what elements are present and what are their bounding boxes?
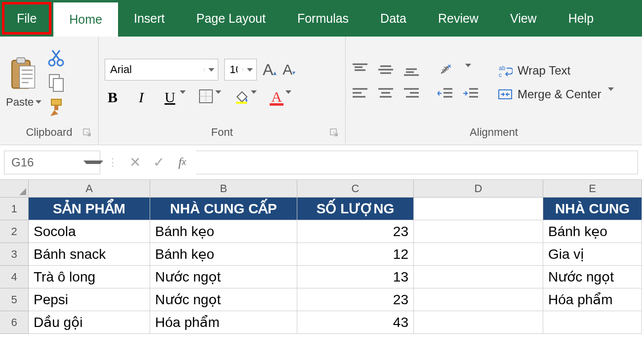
row-header[interactable]: 2	[0, 220, 29, 243]
row-header[interactable]: 5	[0, 288, 29, 311]
format-painter-icon[interactable]	[47, 97, 67, 117]
decrease-indent-icon[interactable]	[438, 87, 454, 102]
cell[interactable]: Bánh kẹo	[543, 220, 642, 243]
fx-icon[interactable]: fx	[172, 153, 192, 172]
tab-home[interactable]: Home	[53, 0, 118, 37]
orientation-dropdown-icon[interactable]	[463, 67, 471, 74]
svg-rect-1	[17, 57, 25, 63]
font-name-box[interactable]	[105, 59, 218, 81]
accept-formula-icon[interactable]: ✓	[149, 153, 168, 172]
row-header[interactable]: 1	[0, 198, 29, 220]
select-all-corner[interactable]	[0, 180, 29, 197]
cell[interactable]	[414, 266, 543, 288]
cell[interactable]	[414, 311, 543, 334]
group-font: A▴ A▾ B I U A Font	[99, 37, 346, 145]
increase-indent-icon[interactable]	[463, 87, 480, 102]
italic-button[interactable]: I	[133, 89, 149, 106]
name-box-value: G16	[4, 156, 86, 169]
cell[interactable]: Bánh kẹo	[150, 243, 297, 266]
bold-button[interactable]: B	[105, 89, 120, 106]
name-box[interactable]: G16	[4, 151, 100, 174]
border-button[interactable]	[199, 89, 221, 106]
font-name-input[interactable]	[105, 60, 204, 80]
name-box-dropdown-icon[interactable]	[86, 161, 100, 164]
cell[interactable]: 12	[297, 243, 414, 266]
font-name-dropdown-icon[interactable]	[204, 68, 218, 72]
tab-page-layout[interactable]: Page Layout	[181, 0, 281, 37]
cell[interactable]: Dầu gội	[29, 311, 150, 334]
cell[interactable]: Trà ô long	[29, 266, 150, 288]
align-right-icon[interactable]	[403, 87, 420, 102]
align-middle-icon[interactable]	[377, 63, 394, 78]
font-size-input[interactable]	[225, 60, 242, 80]
cell[interactable]: Bánh kẹo	[150, 220, 297, 243]
cell[interactable]: 23	[297, 288, 414, 311]
cell[interactable]: Socola	[29, 220, 150, 243]
cell[interactable]: Nước ngọt	[543, 266, 642, 288]
cell[interactable]: Pepsi	[29, 288, 150, 311]
group-alignment: ab abc Wrap Text Merge & Center	[346, 37, 642, 145]
tab-formulas[interactable]: Formulas	[281, 0, 364, 37]
cell[interactable]	[543, 311, 642, 334]
cell[interactable]: SỐ LƯỢNG	[297, 198, 414, 220]
svg-text:c: c	[499, 72, 502, 78]
font-color-button[interactable]: A	[270, 88, 291, 106]
row-header[interactable]: 6	[0, 311, 29, 334]
row-header[interactable]: 4	[0, 266, 29, 288]
separator-icon: ⋮	[104, 156, 121, 169]
wrap-text-button[interactable]: abc Wrap Text	[498, 63, 614, 78]
row-header[interactable]: 3	[0, 243, 29, 266]
cell[interactable]: 23	[297, 220, 414, 243]
cell[interactable]: NHÀ CUNG	[543, 198, 642, 220]
grow-font-icon[interactable]: A▴	[263, 61, 277, 79]
tab-insert[interactable]: Insert	[118, 0, 181, 37]
shrink-font-icon[interactable]: A▾	[282, 61, 295, 78]
cell[interactable]: NHÀ CUNG CẤP	[150, 198, 297, 220]
underline-button[interactable]: U	[162, 89, 186, 106]
align-bottom-icon[interactable]	[403, 63, 420, 78]
cell[interactable]: Hóa phẩm	[150, 311, 297, 334]
tab-help[interactable]: Help	[553, 0, 609, 37]
tab-file[interactable]: File	[2, 2, 51, 35]
align-center-icon[interactable]	[377, 87, 394, 102]
cell[interactable]: 13	[297, 266, 414, 288]
clipboard-launcher-icon[interactable]	[82, 128, 92, 138]
tab-data[interactable]: Data	[364, 0, 422, 37]
tab-view[interactable]: View	[494, 0, 553, 37]
col-header-A[interactable]: A	[29, 180, 150, 197]
col-header-C[interactable]: C	[297, 180, 414, 197]
col-header-E[interactable]: E	[543, 180, 642, 197]
font-size-box[interactable]	[224, 59, 257, 81]
orientation-icon[interactable]: ab	[438, 63, 454, 78]
cell[interactable]	[414, 243, 543, 266]
cell[interactable]: 43	[297, 311, 414, 334]
svg-rect-16	[499, 90, 512, 99]
cut-icon[interactable]	[47, 48, 67, 68]
col-header-B[interactable]: B	[150, 180, 297, 197]
cell[interactable]: SẢN PHẨM	[29, 198, 150, 220]
font-launcher-icon[interactable]	[329, 128, 339, 138]
align-left-icon[interactable]	[352, 87, 368, 102]
paste-button[interactable]: Paste	[6, 96, 41, 109]
paste-icon[interactable]	[9, 56, 39, 93]
merge-dropdown-icon[interactable]	[606, 91, 614, 98]
copy-icon[interactable]	[47, 73, 67, 92]
cell[interactable]	[414, 198, 543, 220]
merge-center-button[interactable]: Merge & Center	[498, 87, 614, 102]
cell[interactable]: Bánh snack	[29, 243, 150, 266]
font-size-dropdown-icon[interactable]	[242, 68, 256, 72]
col-header-D[interactable]: D	[414, 180, 543, 197]
align-top-icon[interactable]	[352, 63, 368, 78]
cell[interactable]: Gia vị	[543, 243, 642, 266]
tab-review[interactable]: Review	[422, 0, 494, 37]
wrap-text-label: Wrap Text	[518, 64, 570, 78]
cell[interactable]	[414, 288, 543, 311]
formula-input[interactable]	[196, 151, 638, 174]
cell[interactable]	[414, 220, 543, 243]
cell[interactable]: Nước ngọt	[150, 288, 297, 311]
cell[interactable]: Nước ngọt	[150, 266, 297, 288]
fill-color-button[interactable]	[234, 89, 257, 106]
cancel-formula-icon[interactable]: ✕	[125, 153, 145, 172]
cell[interactable]: Hóa phẩm	[543, 288, 642, 311]
group-label-font: Font	[105, 124, 339, 144]
